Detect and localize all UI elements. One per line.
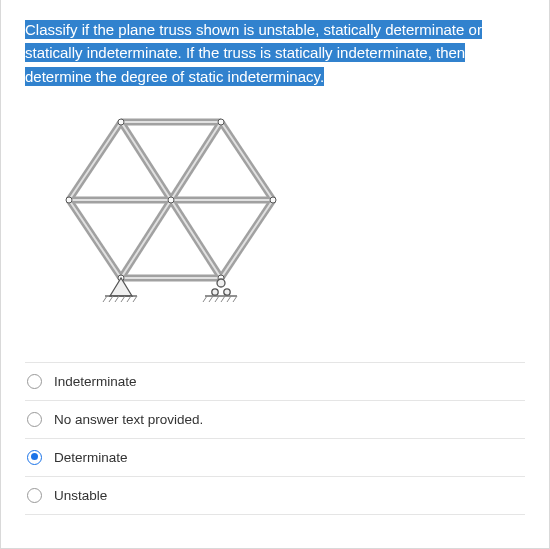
svg-line-13 xyxy=(221,122,273,200)
radio-icon xyxy=(27,488,42,503)
option-indeterminate[interactable]: Indeterminate xyxy=(25,362,525,401)
question-text: Classify if the plane truss shown is uns… xyxy=(25,20,482,86)
radio-icon xyxy=(27,374,42,389)
svg-line-36 xyxy=(133,296,137,302)
svg-point-25 xyxy=(270,197,276,203)
option-label: Determinate xyxy=(54,450,128,465)
question-text-wrap: Classify if the plane truss shown is uns… xyxy=(25,18,523,88)
option-label: Indeterminate xyxy=(54,374,137,389)
option-determinate[interactable]: Determinate xyxy=(25,439,525,477)
svg-line-21 xyxy=(121,200,171,278)
svg-line-19 xyxy=(121,122,171,200)
option-label: No answer text provided. xyxy=(54,412,203,427)
svg-line-20 xyxy=(171,122,221,200)
answer-options: Indeterminate No answer text provided. D… xyxy=(25,362,525,515)
svg-point-29 xyxy=(168,197,174,203)
svg-point-38 xyxy=(212,289,218,295)
svg-point-37 xyxy=(217,279,225,287)
option-unstable[interactable]: Unstable xyxy=(25,477,525,515)
svg-line-17 xyxy=(69,122,121,200)
svg-point-39 xyxy=(224,289,230,295)
svg-line-34 xyxy=(121,296,125,302)
svg-line-31 xyxy=(103,296,107,302)
svg-point-23 xyxy=(118,119,124,125)
radio-icon xyxy=(27,412,42,427)
svg-line-41 xyxy=(203,296,207,302)
svg-point-24 xyxy=(218,119,224,125)
svg-line-14 xyxy=(221,200,273,278)
option-label: Unstable xyxy=(54,488,107,503)
radio-icon xyxy=(27,450,42,465)
svg-line-33 xyxy=(115,296,119,302)
svg-line-42 xyxy=(209,296,213,302)
svg-line-32 xyxy=(109,296,113,302)
truss-figure xyxy=(61,110,525,334)
svg-line-45 xyxy=(227,296,231,302)
truss-diagram-icon xyxy=(61,110,291,330)
option-no-answer[interactable]: No answer text provided. xyxy=(25,401,525,439)
svg-line-35 xyxy=(127,296,131,302)
svg-point-28 xyxy=(66,197,72,203)
question-card: Classify if the plane truss shown is uns… xyxy=(0,0,550,549)
svg-line-22 xyxy=(171,200,221,278)
svg-line-16 xyxy=(69,200,121,278)
svg-line-44 xyxy=(221,296,225,302)
svg-line-43 xyxy=(215,296,219,302)
svg-line-46 xyxy=(233,296,237,302)
